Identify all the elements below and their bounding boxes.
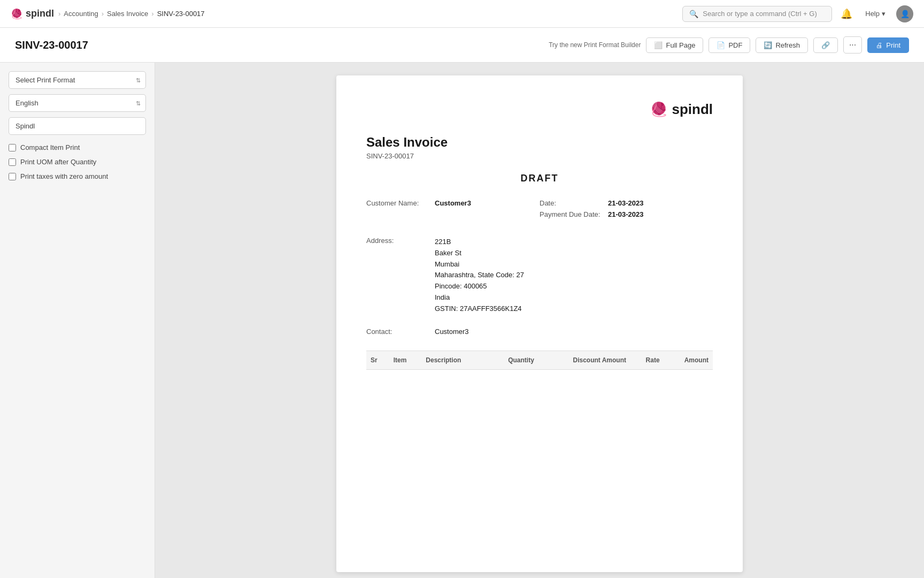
col-item: Item [389, 351, 422, 369]
breadcrumb-sales-invoice[interactable]: Sales Invoice [107, 10, 148, 18]
print-label: Print [886, 41, 900, 49]
checkbox-taxes-label: Print taxes with zero amount [20, 172, 108, 180]
full-page-label: Full Page [666, 41, 695, 49]
main-layout: Select Print Format ⇅ English ⇅ Spindl C… [0, 63, 924, 578]
full-page-icon: ⬜ [654, 41, 663, 49]
invoice-info-left: Customer Name: Customer3 [366, 199, 540, 222]
notifications-button[interactable]: 🔔 [838, 6, 854, 22]
payment-due-value: 21-03-2023 [608, 210, 644, 218]
logo-icon: 🧶 [11, 8, 22, 20]
search-icon: 🔍 [689, 10, 698, 18]
app-logo[interactable]: 🧶 spindl [11, 8, 54, 20]
page-actions: Try the new Print Format Builder ⬜ Full … [549, 36, 909, 54]
col-quantity: Quantity [487, 351, 538, 369]
address-value: 221BBaker StMumbaiMaharashtra, State Cod… [435, 237, 524, 315]
breadcrumb-accounting[interactable]: Accounting [64, 10, 98, 18]
contact-label: Contact: [366, 328, 430, 336]
search-placeholder: Search or type a command (Ctrl + G) [703, 10, 817, 18]
invoice-title: Sales Invoice [366, 135, 713, 150]
search-bar[interactable]: 🔍 Search or type a command (Ctrl + G) [682, 6, 832, 22]
avatar[interactable]: 👤 [896, 5, 913, 22]
items-table-header-row: Sr Item Description Quantity Discount Am… [366, 351, 713, 369]
help-chevron-icon: ▾ [882, 10, 886, 18]
breadcrumb-current: SINV-23-00017 [157, 10, 205, 18]
checkbox-uom-input[interactable] [9, 158, 16, 166]
col-discount-amount: Discount Amount [538, 351, 630, 369]
nav-left: 🧶 spindl › Accounting › Sales Invoice › … [11, 8, 205, 20]
breadcrumb-sep-3: › [151, 10, 153, 18]
checkbox-uom-label: Print UOM after Quantity [20, 158, 96, 166]
invoice-number: SINV-23-00017 [366, 152, 713, 160]
date-value: 21-03-2023 [608, 199, 644, 207]
invoice-info-grid: Customer Name: Customer3 Date: 21-03-202… [366, 199, 713, 222]
more-icon: ··· [849, 40, 856, 49]
nav-right: 🔍 Search or type a command (Ctrl + G) 🔔 … [682, 5, 913, 22]
breadcrumb-sep-2: › [102, 10, 104, 18]
page-header: SINV-23-00017 Try the new Print Format B… [0, 28, 924, 63]
checkbox-compact-input[interactable] [9, 144, 16, 151]
invoice-paper: 🧶 spindl Sales Invoice SINV-23-00017 DRA… [336, 75, 743, 572]
pdf-button[interactable]: 📄 PDF [709, 37, 750, 53]
address-label: Address: [366, 237, 430, 315]
date-row: Date: 21-03-2023 [540, 199, 713, 207]
col-rate: Rate [630, 351, 664, 369]
checkbox-group: Compact Item Print Print UOM after Quant… [9, 143, 146, 180]
breadcrumb-sep-1: › [58, 10, 60, 18]
checkbox-compact-label: Compact Item Print [20, 143, 80, 151]
language-wrapper: English ⇅ [9, 94, 146, 112]
try-new-text: Try the new Print Format Builder [549, 41, 641, 49]
contact-value: Customer3 [435, 328, 469, 336]
logo-text: spindl [26, 8, 54, 19]
breadcrumb: › Accounting › Sales Invoice › SINV-23-0… [58, 10, 205, 18]
checkbox-print-taxes[interactable]: Print taxes with zero amount [9, 172, 146, 180]
sidebar: Select Print Format ⇅ English ⇅ Spindl C… [0, 63, 155, 578]
customer-name-row: Customer Name: Customer3 [366, 199, 540, 207]
language-select[interactable]: English [9, 94, 146, 112]
items-table-head: Sr Item Description Quantity Discount Am… [366, 351, 713, 369]
draft-stamp: DRAFT [366, 173, 713, 184]
more-options-button[interactable]: ··· [843, 36, 862, 54]
date-label: Date: [540, 199, 604, 207]
address-line: Baker St [435, 248, 524, 259]
address-section: Address: 221BBaker StMumbaiMaharashtra, … [366, 237, 713, 315]
print-icon: 🖨 [876, 41, 883, 49]
invoice-header-row: 🧶 spindl [366, 101, 713, 118]
address-line: Maharashtra, State Code: 27 [435, 270, 524, 281]
pdf-icon: 📄 [717, 41, 725, 49]
share-button[interactable]: 🔗 [813, 37, 838, 53]
invoice-info-right: Date: 21-03-2023 Payment Due Date: 21-03… [540, 199, 713, 222]
address-line: GSTIN: 27AAFFF3566K1Z4 [435, 303, 524, 315]
customer-name-value: Customer3 [435, 199, 471, 207]
address-line: 221B [435, 237, 524, 248]
refresh-label: Refresh [775, 41, 800, 49]
invoice-logo-icon: 🧶 [650, 101, 667, 118]
address-line: Pincode: 400065 [435, 281, 524, 292]
invoice-logo-text: spindl [672, 101, 713, 118]
checkbox-print-uom[interactable]: Print UOM after Quantity [9, 158, 146, 166]
items-table: Sr Item Description Quantity Discount Am… [366, 351, 713, 370]
invoice-logo: 🧶 spindl [650, 101, 713, 118]
page-title: SINV-23-00017 [15, 39, 88, 51]
refresh-button[interactable]: 🔄 Refresh [756, 37, 808, 53]
full-page-button[interactable]: ⬜ Full Page [646, 37, 703, 53]
refresh-icon: 🔄 [764, 41, 772, 49]
address-line: Mumbai [435, 259, 524, 270]
pdf-label: PDF [728, 41, 742, 49]
payment-due-label: Payment Due Date: [540, 210, 604, 218]
print-format-wrapper: Select Print Format ⇅ [9, 71, 146, 89]
help-button[interactable]: Help ▾ [861, 7, 890, 20]
print-format-select[interactable]: Select Print Format [9, 71, 146, 89]
address-line: India [435, 292, 524, 303]
checkbox-taxes-input[interactable] [9, 173, 16, 180]
share-icon: 🔗 [821, 41, 830, 49]
contact-section: Contact: Customer3 [366, 328, 713, 336]
payment-due-row: Payment Due Date: 21-03-2023 [540, 210, 713, 218]
company-name: Spindl [9, 117, 146, 135]
customer-name-label: Customer Name: [366, 199, 430, 207]
top-navigation: 🧶 spindl › Accounting › Sales Invoice › … [0, 0, 924, 28]
checkbox-compact-item-print[interactable]: Compact Item Print [9, 143, 146, 151]
content-area: 🧶 spindl Sales Invoice SINV-23-00017 DRA… [155, 63, 924, 578]
print-button[interactable]: 🖨 Print [867, 37, 909, 53]
col-description: Description [421, 351, 487, 369]
help-label: Help [865, 10, 880, 18]
